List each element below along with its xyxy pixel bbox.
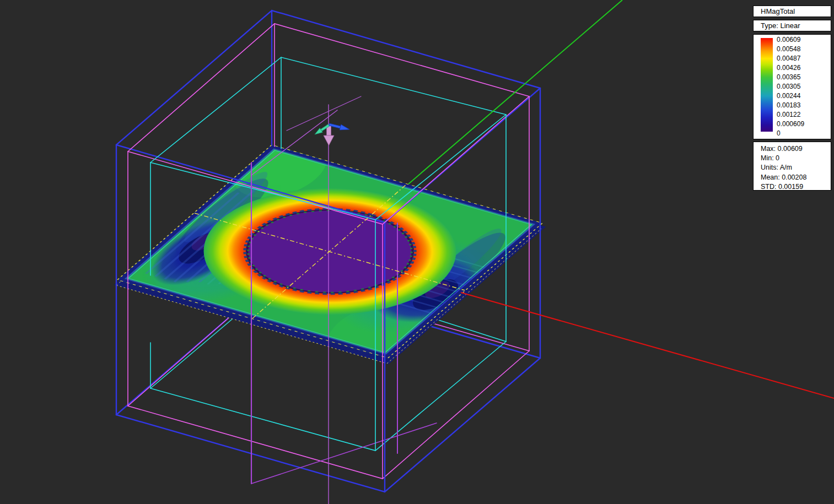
stat-mean: Mean: 0.00208 <box>761 173 831 182</box>
field-cut-plane <box>97 132 571 373</box>
x-axis-line <box>461 292 834 398</box>
legend-title: HMagTotal <box>753 6 831 17</box>
field-legend-panel[interactable]: HMagTotal Type: Linear 0.00609 0.00548 0… <box>753 6 831 191</box>
3d-field-viewport[interactable]: HMagTotal Type: Linear 0.00609 0.00548 0… <box>0 0 834 504</box>
scale-label: 0.000609 <box>777 120 804 129</box>
scale-label: 0.00487 <box>777 54 804 63</box>
scale-label: 0.00426 <box>777 63 804 73</box>
stat-std: STD: 0.00159 <box>761 182 831 192</box>
scale-label: 0.00365 <box>777 73 804 82</box>
plane-triad <box>315 123 349 145</box>
legend-stats: Max: 0.00609 Min: 0 Units: A/m Mean: 0.0… <box>753 142 831 191</box>
scale-label: 0.00305 <box>777 82 804 91</box>
y-axis-line <box>408 0 622 184</box>
v-arrow <box>329 123 350 130</box>
legend-color-scale: 0.00609 0.00548 0.00487 0.00426 0.00365 … <box>753 34 831 139</box>
stat-max: Max: 0.00609 <box>761 144 831 154</box>
scale-label: 0.00548 <box>777 45 804 54</box>
legend-colorbar <box>761 38 773 132</box>
stat-units: Units: A/m <box>761 163 831 172</box>
legend-scale-type: Type: Linear <box>753 20 831 31</box>
legend-scale-labels: 0.00609 0.00548 0.00487 0.00426 0.00365 … <box>777 35 804 138</box>
scale-label: 0.00609 <box>777 35 804 45</box>
stat-min: Min: 0 <box>761 154 831 163</box>
scene-canvas[interactable] <box>0 0 834 504</box>
scale-label: 0.00244 <box>777 91 804 101</box>
scale-label: 0 <box>777 129 804 138</box>
scale-label: 0.00183 <box>777 101 804 110</box>
scale-label: 0.00122 <box>777 110 804 120</box>
